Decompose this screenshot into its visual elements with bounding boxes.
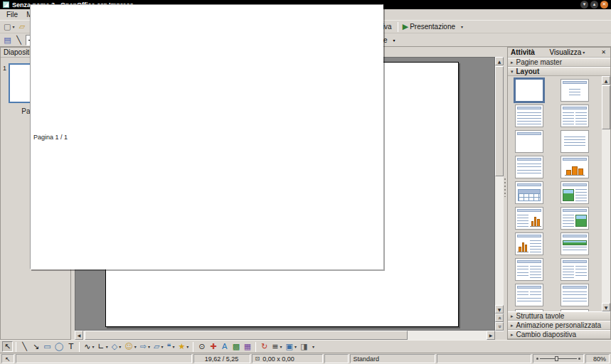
layout-option-clip-content[interactable] <box>560 232 589 255</box>
section-animazione-personalizzata[interactable]: ▸ Animazione personalizzata <box>508 321 610 330</box>
rectangle-button[interactable]: ▭ <box>42 341 53 352</box>
curve-dropdown-icon[interactable]: ▾ <box>92 344 95 349</box>
layout-option-text-chart[interactable] <box>515 207 543 230</box>
layout-option-title-sub[interactable] <box>560 79 589 102</box>
rotate-button[interactable]: ↻ <box>259 341 270 352</box>
basic-shapes-button[interactable]: ◇▾ <box>110 341 122 352</box>
canvas-horizontal-scrollbar[interactable]: ◀ ▶ <box>75 331 495 340</box>
edit-points-button[interactable]: ⊙ <box>196 341 207 352</box>
layout-option-title-only[interactable] <box>515 130 543 153</box>
tasks-scroll-up-button[interactable]: ▲ <box>602 76 610 85</box>
menu-file[interactable]: File <box>2 10 22 19</box>
layout-option-title-2content[interactable] <box>560 105 589 127</box>
tasks-panel-close-button[interactable]: ✕ <box>600 49 607 55</box>
flowchart-button[interactable]: ▱▾ <box>152 341 164 352</box>
line-dialog-button[interactable]: ╲ <box>14 35 24 46</box>
ellipse-button[interactable]: ◯ <box>53 341 65 352</box>
zoom-in-dot[interactable] <box>578 358 580 360</box>
callouts-button[interactable]: ❝▾ <box>165 341 176 352</box>
horizontal-scroll-track[interactable] <box>83 331 487 340</box>
tasks-scroll-track[interactable] <box>602 85 610 303</box>
section-pagine-master[interactable]: ▸ Pagine master <box>508 58 610 67</box>
line-toolbar-overflow-button[interactable]: ▾ <box>391 35 398 46</box>
section-cambio-diapositiva[interactable]: ▸ Cambio diapositiva <box>508 330 610 339</box>
extrusion-button[interactable]: ◨ <box>299 341 309 352</box>
flowchart-dropdown-icon[interactable]: ▾ <box>161 344 163 349</box>
arrange-button[interactable]: ▣▾ <box>285 341 298 352</box>
size-icon: ⊡ <box>255 355 260 362</box>
callouts-dropdown-icon[interactable]: ▾ <box>172 344 174 349</box>
layout-option-content-2content[interactable] <box>560 258 589 281</box>
layout-option-blank[interactable] <box>515 79 543 102</box>
section-layout[interactable]: ▾ Layout <box>508 67 610 76</box>
draw-overflow-button[interactable]: ▾ <box>310 341 317 352</box>
layout-option-content-over[interactable] <box>560 284 589 306</box>
tasks-scroll-down-button[interactable]: ▼ <box>602 303 610 311</box>
glue-points-button[interactable]: ✚ <box>208 341 218 352</box>
layout-option-title-content[interactable] <box>515 105 543 127</box>
stars-dropdown-icon[interactable]: ▾ <box>186 344 188 349</box>
minimize-button[interactable]: ▾ <box>580 1 588 9</box>
basic-shapes-dropdown-icon[interactable]: ▾ <box>119 344 121 349</box>
connector-button[interactable]: ∟▾ <box>97 341 110 352</box>
scroll-down-button[interactable]: ▼ <box>495 305 504 314</box>
vertical-scroll-thumb[interactable] <box>495 66 504 176</box>
block-arrows-dropdown-icon[interactable]: ▾ <box>148 344 150 349</box>
layout-option-4content[interactable] <box>515 309 543 311</box>
new-document-dropdown-icon[interactable]: ▾ <box>12 24 14 29</box>
from-file-button[interactable]: ▩ <box>230 341 241 352</box>
zoom-slider-track[interactable] <box>540 355 577 362</box>
connector-dropdown-icon[interactable]: ▾ <box>106 344 108 349</box>
align-button[interactable]: ≡▾ <box>270 341 283 352</box>
scroll-up-button[interactable]: ▲ <box>495 57 504 65</box>
layout-option-clip-text[interactable] <box>560 181 589 204</box>
open-document-button[interactable]: ▱ <box>16 21 27 32</box>
gallery-button[interactable]: ▦ <box>242 341 253 352</box>
previous-slide-button[interactable]: « <box>495 314 504 322</box>
new-document-button[interactable]: ▢▾ <box>2 21 16 32</box>
text-button[interactable]: T <box>65 341 76 352</box>
arrow-button[interactable]: ↘ <box>31 341 41 352</box>
layout-option-2content-over[interactable] <box>515 284 543 306</box>
horizontal-scroll-thumb[interactable] <box>85 331 408 340</box>
scroll-left-button[interactable]: ◀ <box>75 331 83 340</box>
tasks-scrollbar[interactable]: ▲ ▼ <box>602 76 610 311</box>
thumb-lines <box>575 189 587 201</box>
layout-option-chart-text[interactable] <box>515 232 543 255</box>
stars-button[interactable]: ★▾ <box>176 341 190 352</box>
layout-option-centered-text[interactable] <box>560 130 589 153</box>
layout-option-6content[interactable] <box>560 309 589 311</box>
close-button[interactable]: ✕ <box>600 1 608 9</box>
zoom-percent[interactable]: 80% <box>585 354 610 363</box>
section-struttura-tavole[interactable]: ▸ Struttura tavole <box>508 311 610 321</box>
std-overflow-2-button[interactable]: ▾ <box>459 21 465 32</box>
presentazione-icon: ▶ <box>403 22 408 31</box>
view-menu-button[interactable]: Visualizza ▾ <box>550 48 585 56</box>
layout-option-chart[interactable] <box>560 156 589 178</box>
presentazione-button[interactable]: ▶Presentazione <box>401 21 458 32</box>
scroll-right-button[interactable]: ▶ <box>487 331 495 340</box>
tasks-scroll-thumb[interactable] <box>602 85 610 129</box>
block-arrows-button[interactable]: ⇨▾ <box>139 341 152 352</box>
zoom-slider-thumb[interactable] <box>555 356 558 361</box>
zoom-out-dot[interactable] <box>536 358 538 360</box>
right-splitter[interactable] <box>504 47 507 340</box>
select-button[interactable]: ↖ <box>2 341 13 352</box>
layout-option-2content-content[interactable] <box>515 258 543 281</box>
layout-option-text-clip[interactable] <box>560 207 589 230</box>
maximize-button[interactable]: ▴ <box>590 1 598 9</box>
layout-option-content-over-content[interactable] <box>515 156 543 178</box>
zoom-slider[interactable] <box>533 354 584 363</box>
line-button[interactable]: ╲ <box>19 341 30 352</box>
symbol-shapes-dropdown-icon[interactable]: ▾ <box>134 344 137 349</box>
vertical-scroll-track[interactable] <box>495 65 504 305</box>
arrange-dropdown-icon[interactable]: ▾ <box>294 344 297 349</box>
layout-option-table[interactable] <box>515 181 543 204</box>
styles-formatting-button[interactable]: ▤ <box>2 35 13 46</box>
next-slide-button[interactable]: » <box>495 322 504 331</box>
curve-button[interactable]: ∿▾ <box>83 341 95 352</box>
align-dropdown-icon[interactable]: ▾ <box>280 344 282 349</box>
fontwork-button[interactable]: A <box>219 341 230 352</box>
symbol-shapes-button[interactable]: ☺▾ <box>123 341 137 352</box>
canvas-vertical-scrollbar[interactable]: ▲ ▼ « » <box>495 57 504 331</box>
